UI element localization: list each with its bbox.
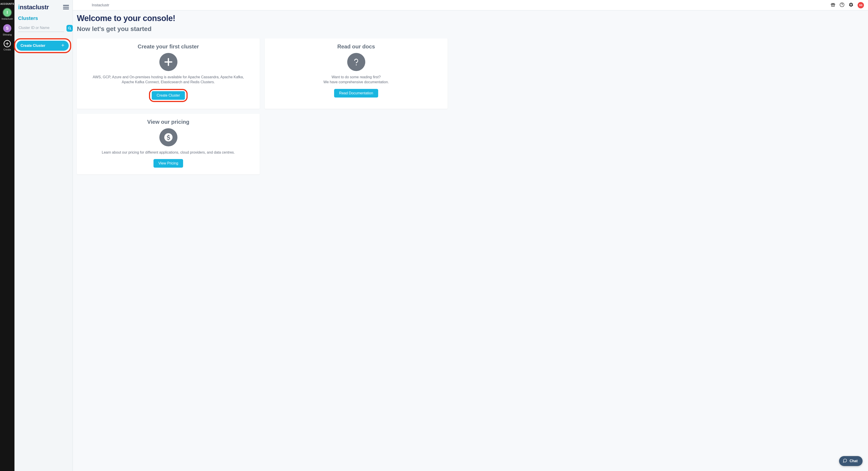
plus-icon: [61, 43, 65, 48]
card-view-pricing: View our pricing Learn about our pricing…: [77, 114, 260, 174]
logo[interactable]: instaclustr: [18, 4, 49, 11]
menu-icon[interactable]: [63, 5, 69, 9]
create-cluster-highlight: Create Cluster: [14, 38, 71, 53]
chat-button[interactable]: Chat: [839, 456, 863, 466]
chat-label: Chat: [849, 459, 858, 463]
topbar: Instaclustr SS: [73, 0, 868, 10]
create-account-button[interactable]: Create: [3, 40, 11, 51]
svg-rect-3: [63, 7, 69, 7]
card-create-cluster: Create your first cluster AWS, GCP, Azur…: [77, 38, 260, 109]
card-title: Create your first cluster: [138, 43, 199, 50]
account-avatar-instaclustr: I: [3, 8, 11, 17]
view-pricing-button[interactable]: View Pricing: [153, 159, 183, 168]
clusters-heading: Clusters: [18, 16, 69, 21]
svg-rect-2: [63, 5, 69, 6]
user-avatar[interactable]: SS: [858, 2, 864, 8]
svg-rect-4: [63, 8, 69, 9]
page-title: Welcome to your console!: [77, 13, 864, 23]
chat-icon: [843, 458, 847, 464]
create-cluster-label: Create Cluster: [21, 44, 45, 48]
create-cluster-button[interactable]: Create Cluster: [17, 41, 69, 51]
account-avatar-shivang: S: [3, 24, 11, 32]
card-read-docs: Read our docs Want to do some reading fi…: [265, 38, 447, 109]
account-label: Shivang: [3, 33, 12, 36]
card-body: AWS, GCP, Azure and On-premises hosting …: [87, 75, 250, 85]
gift-icon[interactable]: [831, 2, 835, 8]
help-icon[interactable]: [839, 2, 844, 8]
page-subtitle: Now let's get you started: [77, 25, 864, 33]
read-documentation-button[interactable]: Read Documentation: [334, 89, 378, 97]
question-icon: [347, 53, 365, 71]
svg-line-6: [70, 29, 71, 30]
plus-icon: [4, 40, 11, 47]
card-body: Learn about our pricing for different ap…: [102, 150, 235, 155]
account-instaclustr[interactable]: I Instaclustr: [2, 8, 13, 20]
card-title: Read our docs: [337, 43, 375, 50]
create-cluster-card-button[interactable]: Create Cluster: [152, 91, 185, 100]
create-cluster-card-highlight: Create Cluster: [149, 89, 188, 102]
account-shivang[interactable]: S Shivang: [3, 24, 12, 36]
card-body: Want to do some reading first? We have c…: [323, 75, 389, 85]
main-area: Instaclustr SS Welcome to your console! …: [73, 0, 868, 471]
create-account-label: Create: [3, 48, 11, 51]
accounts-rail: ACCOUNTS I Instaclustr S Shivang Create: [0, 0, 14, 471]
sidebar: instaclustr Clusters Create Cluster: [14, 0, 73, 471]
gear-icon[interactable]: [848, 2, 854, 8]
search-button[interactable]: [66, 25, 73, 32]
breadcrumb: Instaclustr: [92, 3, 109, 7]
accounts-rail-header: ACCOUNTS: [0, 3, 14, 5]
card-title: View our pricing: [147, 119, 189, 125]
account-label: Instaclustr: [2, 18, 13, 20]
cluster-search-input[interactable]: [18, 24, 64, 32]
dollar-icon: [159, 128, 178, 146]
plus-circle-icon: [159, 53, 178, 71]
